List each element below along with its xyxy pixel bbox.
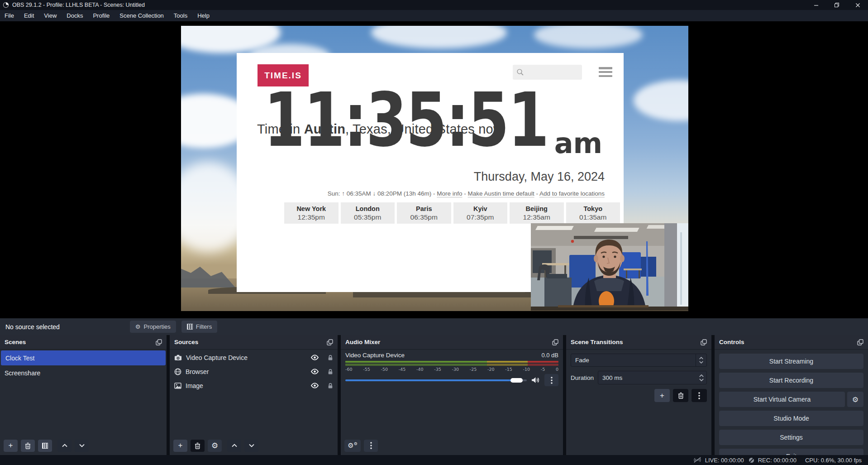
menu-edit[interactable]: Edit — [19, 10, 39, 21]
transition-properties-button[interactable] — [692, 389, 707, 402]
tick-label: -45 — [399, 367, 406, 372]
start-streaming-button[interactable]: Start Streaming — [719, 354, 863, 369]
remove-scene-button[interactable] — [21, 440, 35, 452]
obs-window: OBS 29.1.2 - Profile: LLHLS BETA - Scene… — [0, 0, 868, 465]
start-recording-button[interactable]: Start Recording — [719, 373, 863, 388]
properties-button[interactable]: ⚙ Properties — [130, 321, 176, 333]
chevron-up-icon — [62, 444, 67, 447]
source-item-image[interactable]: Image — [170, 379, 338, 393]
scene-item-clock-test[interactable]: Clock Test — [1, 350, 166, 365]
duration-spinbox[interactable]: 300 ms — [598, 371, 707, 384]
volume-slider[interactable] — [345, 378, 527, 383]
transition-select[interactable]: Fade — [571, 354, 707, 367]
make-default-link: Make Austin time default — [468, 190, 534, 197]
scene-label: Screenshare — [5, 369, 40, 377]
scene-item-screenshare[interactable]: Screenshare — [0, 365, 167, 380]
trash-icon — [678, 392, 684, 399]
source-label: Video Capture Device — [186, 354, 248, 361]
source-label: Browser — [186, 368, 209, 375]
popout-icon[interactable] — [327, 339, 333, 345]
lock-icon — [328, 383, 333, 389]
webcam-overlay-source[interactable] — [531, 223, 688, 311]
scenes-list: Clock Test Screenshare — [0, 350, 167, 436]
audio-meter — [345, 364, 558, 366]
source-item-browser[interactable]: Browser — [170, 364, 338, 379]
maximize-button[interactable] — [826, 0, 847, 10]
menu-tools[interactable]: Tools — [169, 10, 192, 21]
scene-move-down-button[interactable] — [75, 440, 89, 452]
source-item-video-capture[interactable]: Video Capture Device — [170, 350, 338, 364]
add-scene-button[interactable]: + — [4, 440, 18, 452]
audio-mixer-title: Audio Mixer — [345, 339, 380, 345]
cpu-fps-stats: CPU: 0.6%, 30.00 fps — [805, 457, 862, 464]
chevron-down-icon — [249, 444, 254, 447]
controls-panel: Controls Start Streaming Start Recording… — [715, 335, 868, 455]
studio-mode-button[interactable]: Studio Mode — [719, 411, 863, 426]
visibility-toggle[interactable] — [310, 369, 319, 374]
controls-header[interactable]: Controls — [715, 335, 868, 350]
menu-profile[interactable]: Profile — [88, 10, 114, 21]
properties-label: Properties — [144, 323, 171, 330]
status-bar: LIVE: 00:00:00 REC: 00:00:00 CPU: 0.6%, … — [0, 455, 868, 465]
scenes-panel-header[interactable]: Scenes — [0, 335, 167, 350]
eye-icon — [310, 383, 319, 388]
spin-chevrons[interactable] — [699, 374, 704, 381]
sources-panel-header[interactable]: Sources — [170, 335, 338, 350]
mute-toggle[interactable] — [531, 377, 540, 384]
scene-move-up-button[interactable] — [57, 440, 72, 452]
popout-icon[interactable] — [857, 339, 863, 345]
source-move-down-button[interactable] — [244, 440, 258, 452]
minimize-button[interactable] — [806, 0, 826, 10]
start-virtual-camera-button[interactable]: Start Virtual Camera — [719, 392, 845, 407]
program-video[interactable]: TIME.IS Time in Austin, Texas, United St… — [181, 26, 688, 311]
popout-icon[interactable] — [701, 339, 707, 345]
tick-label: -20 — [487, 367, 495, 372]
volume-slider-handle[interactable] — [510, 378, 523, 383]
scene-transitions-panel: Scene Transitions Fade Duration 300 ms — [566, 335, 711, 455]
menu-view[interactable]: View — [39, 10, 62, 21]
tick-label: -60 — [345, 367, 353, 372]
lock-toggle[interactable] — [328, 383, 333, 389]
filters-button[interactable]: Filters — [181, 321, 217, 333]
scenes-toolbar: + — [0, 436, 167, 455]
add-source-button[interactable]: + — [173, 440, 187, 452]
advanced-audio-button[interactable]: ⚙⚙ — [344, 440, 361, 452]
menu-docks[interactable]: Docks — [62, 10, 88, 21]
controls-title: Controls — [719, 339, 744, 345]
mixer-menu-button[interactable] — [364, 440, 378, 452]
trash-icon — [25, 442, 31, 449]
visibility-toggle[interactable] — [310, 355, 319, 360]
remove-transition-button[interactable] — [673, 389, 688, 402]
close-button[interactable] — [847, 0, 868, 10]
menu-scene-collection[interactable]: Scene Collection — [114, 10, 169, 21]
volume-slider-track — [345, 379, 527, 381]
lock-toggle[interactable] — [328, 355, 333, 361]
add-transition-button[interactable]: + — [654, 389, 670, 402]
virtual-camera-config-button[interactable]: ⚙ — [847, 392, 863, 407]
audio-volume-db: 0.0 dB — [541, 352, 558, 359]
kebab-menu-icon — [551, 377, 553, 384]
camera-icon — [174, 355, 182, 361]
settings-button[interactable]: Settings — [719, 430, 863, 445]
remove-source-button[interactable] — [191, 440, 205, 452]
scene-filters-button[interactable] — [38, 440, 52, 452]
source-properties-button[interactable]: ⚙ — [208, 440, 222, 452]
source-move-up-button[interactable] — [227, 440, 241, 452]
webcam-scene — [531, 223, 688, 311]
channel-menu-button[interactable] — [544, 374, 558, 386]
preview-canvas[interactable]: TIME.IS Time in Austin, Texas, United St… — [0, 21, 868, 318]
popout-icon[interactable] — [552, 339, 558, 345]
city-box: London 05:35pm — [341, 202, 395, 224]
visibility-toggle[interactable] — [310, 383, 319, 388]
tick-label: -25 — [470, 367, 477, 372]
scenes-panel: Scenes Clock Test Screenshare + — [0, 335, 167, 455]
menu-file[interactable]: File — [0, 10, 19, 21]
gear-icon: ⚙ — [211, 441, 218, 450]
audio-mixer-header[interactable]: Audio Mixer — [341, 335, 563, 350]
lock-toggle[interactable] — [328, 369, 333, 375]
menu-help[interactable]: Help — [192, 10, 215, 21]
plus-icon: + — [660, 391, 664, 400]
city-time: 01:35am — [579, 213, 606, 221]
popout-icon[interactable] — [156, 339, 162, 345]
scene-transitions-header[interactable]: Scene Transitions — [566, 335, 711, 350]
